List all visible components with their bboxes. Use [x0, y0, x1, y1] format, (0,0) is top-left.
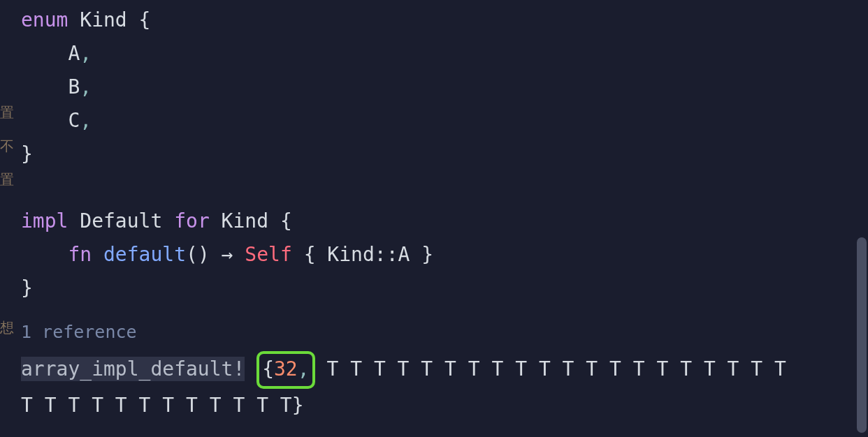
brace-close: }	[21, 276, 33, 299]
brace-close: }	[21, 142, 33, 165]
code-line[interactable]: }	[21, 272, 868, 305]
code-line[interactable]: C,	[21, 104, 868, 138]
type-name: Kind	[327, 243, 374, 266]
brace-open: {	[139, 8, 151, 31]
brace-open: {	[304, 243, 316, 266]
codelens-references[interactable]: 1 reference	[21, 320, 868, 344]
number-literal: 32	[274, 357, 298, 380]
brace-open: {	[262, 357, 274, 380]
keyword-self: Self	[245, 243, 291, 266]
highlight-box: {32,	[256, 351, 314, 389]
code-line[interactable]: enum Kind {	[21, 3, 868, 37]
code-line[interactable]: A,	[21, 37, 868, 71]
code-line[interactable]: array_impl_default! {32, T T T T T T T T…	[21, 351, 868, 389]
macro-name: array_impl_default!	[21, 357, 245, 381]
brace-close: }	[421, 243, 433, 266]
enum-variant: C	[68, 109, 80, 132]
keyword-fn: fn	[68, 243, 92, 266]
code-editor[interactable]: enum Kind { A, B, C, } impl Default for …	[0, 0, 868, 422]
path-sep: ::	[375, 243, 398, 266]
comma: ,	[80, 109, 92, 132]
brace-open: {	[280, 209, 292, 232]
fn-name: default	[103, 243, 186, 266]
enum-variant: A	[68, 42, 80, 65]
code-line[interactable]: }	[21, 138, 868, 171]
trait-name: Default	[80, 209, 162, 232]
code-line-blank[interactable]	[21, 171, 868, 205]
enum-variant: A	[398, 243, 410, 266]
generic-params: T T T T T T T T T T T T	[21, 394, 292, 417]
code-line[interactable]: B,	[21, 71, 868, 104]
brace-close: }	[292, 394, 304, 417]
type-name: Kind	[80, 8, 126, 31]
parens: ()	[186, 243, 210, 266]
comma: ,	[80, 42, 92, 65]
type-name: Kind	[222, 209, 268, 232]
generic-params: T T T T T T T T T T T T T T T T T T T T	[326, 357, 786, 380]
enum-variant: B	[68, 75, 80, 98]
code-line[interactable]: T T T T T T T T T T T T}	[21, 389, 868, 422]
arrow: →	[222, 243, 233, 266]
code-line[interactable]: fn default() → Self { Kind::A }	[21, 238, 868, 272]
code-line[interactable]: impl Default for Kind {	[21, 205, 868, 238]
vertical-scrollbar[interactable]	[857, 237, 867, 433]
comma: ,	[80, 75, 92, 98]
keyword-for: for	[174, 209, 210, 232]
comma: ,	[298, 357, 310, 380]
keyword-impl: impl	[21, 209, 68, 232]
keyword-enum: enum	[21, 8, 68, 31]
